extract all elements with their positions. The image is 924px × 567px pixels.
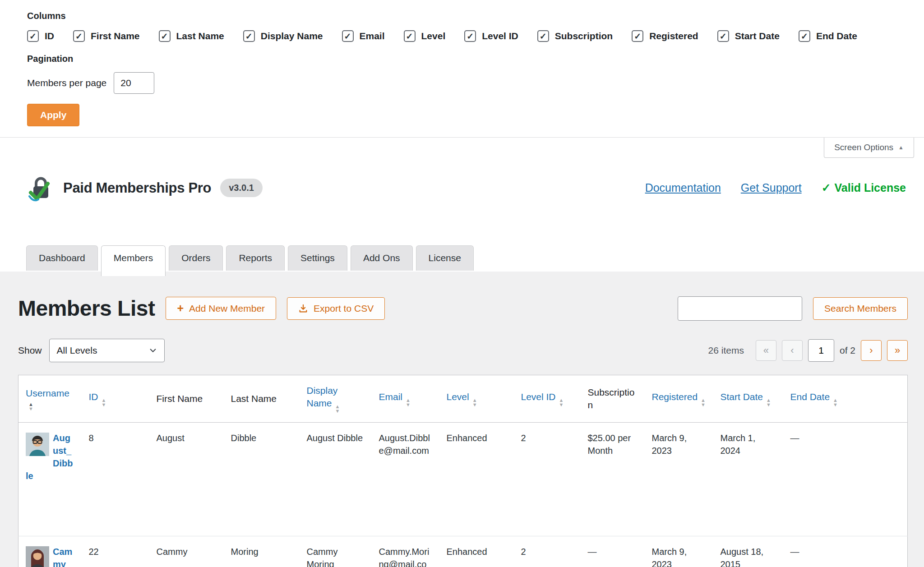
cell-first-name: August bbox=[149, 423, 224, 536]
next-page-button[interactable]: › bbox=[861, 340, 882, 361]
cell-id: 8 bbox=[82, 423, 149, 536]
cell-last-name: Dibble bbox=[224, 423, 300, 536]
cell-display-name: August Dibble bbox=[300, 423, 372, 536]
sort-icon: ▲▼ bbox=[559, 398, 564, 407]
checkbox-checked-icon bbox=[537, 30, 549, 42]
column-checkbox-level[interactable]: Level bbox=[404, 30, 446, 42]
column-header-username[interactable]: Username ▲▼ bbox=[18, 375, 82, 423]
sort-icon: ▲▼ bbox=[102, 398, 106, 407]
column-header-id[interactable]: ID▲▼ bbox=[82, 375, 149, 423]
cell-subscription: — bbox=[581, 536, 645, 567]
current-page-input[interactable] bbox=[808, 339, 834, 362]
tab-members[interactable]: Members bbox=[101, 245, 166, 276]
column-checkbox-level-id[interactable]: Level ID bbox=[464, 30, 518, 42]
table-pagination: 26 items « ‹ of 2 › » bbox=[708, 339, 908, 362]
download-icon bbox=[298, 304, 308, 313]
previous-page-button[interactable]: ‹ bbox=[782, 340, 803, 361]
checkbox-checked-icon bbox=[464, 30, 476, 42]
checkbox-checked-icon bbox=[159, 30, 171, 42]
cell-end-date: — bbox=[783, 423, 908, 536]
search-input[interactable] bbox=[678, 296, 802, 321]
cell-level: Enhanced bbox=[439, 423, 514, 536]
export-to-csv-button[interactable]: Export to CSV bbox=[287, 297, 385, 320]
get-support-link[interactable]: Get Support bbox=[741, 181, 802, 194]
sort-icon: ▲▼ bbox=[472, 398, 477, 407]
column-header-last-name: Last Name bbox=[224, 375, 300, 423]
column-header-first-name: First Name bbox=[149, 375, 224, 423]
cell-subscription: $25.00 per Month bbox=[581, 423, 645, 536]
add-new-member-button[interactable]: + Add New Member bbox=[166, 297, 276, 320]
column-header-display-name[interactable]: Display Name▲▼ bbox=[300, 375, 372, 423]
documentation-link[interactable]: Documentation bbox=[645, 181, 721, 194]
screen-options-toggle[interactable]: Screen Options ▲ bbox=[824, 138, 914, 158]
tab-license[interactable]: License bbox=[416, 245, 474, 271]
cell-id: 22 bbox=[82, 536, 149, 567]
column-checkbox-row: ID First Name Last Name Display Name Ema… bbox=[27, 30, 897, 42]
avatar bbox=[26, 546, 49, 567]
sort-icon: ▲▼ bbox=[335, 404, 340, 413]
checkbox-checked-icon bbox=[27, 30, 39, 42]
screen-options-panel: Columns ID First Name Last Name Display … bbox=[0, 0, 924, 138]
apply-button[interactable]: Apply bbox=[27, 104, 79, 126]
checkbox-checked-icon bbox=[73, 30, 85, 42]
cell-start-date: August 18, 2015 bbox=[713, 536, 783, 567]
column-checkbox-registered[interactable]: Registered bbox=[632, 30, 698, 42]
column-checkbox-first-name[interactable]: First Name bbox=[73, 30, 140, 42]
column-header-email[interactable]: Email▲▼ bbox=[372, 375, 439, 423]
members-list-page: Members List + Add New Member Export to … bbox=[0, 272, 924, 567]
admin-tab-bar: Dashboard Members Orders Reports Setting… bbox=[0, 245, 924, 272]
column-checkbox-display-name[interactable]: Display Name bbox=[243, 30, 323, 42]
cell-email: August.Dibble@mail.com bbox=[372, 423, 439, 536]
column-header-end-date[interactable]: End Date▲▼ bbox=[783, 375, 908, 423]
search-members-button[interactable]: Search Members bbox=[813, 297, 908, 320]
members-table: Username ▲▼ ID▲▼ First Name Last Name Di… bbox=[18, 375, 908, 567]
page: Columns ID First Name Last Name Display … bbox=[0, 0, 924, 567]
items-count: 26 items bbox=[708, 345, 744, 356]
cell-last-name: Moring bbox=[224, 536, 300, 567]
tab-add-ons[interactable]: Add Ons bbox=[351, 245, 413, 271]
pmpro-lock-logo-icon bbox=[26, 174, 55, 203]
column-checkbox-last-name[interactable]: Last Name bbox=[159, 30, 224, 42]
pagination-heading: Pagination bbox=[27, 54, 897, 64]
license-status-badge: ✓Valid License bbox=[822, 181, 906, 194]
sort-asc-icon: ▲▼ bbox=[28, 402, 35, 411]
first-page-button[interactable]: « bbox=[756, 340, 776, 361]
plugin-title: Paid Memberships Pro bbox=[63, 180, 211, 196]
column-header-registered[interactable]: Registered▲▼ bbox=[645, 375, 713, 423]
checkbox-checked-icon bbox=[404, 30, 416, 42]
column-header-subscription: Subscription bbox=[581, 375, 645, 423]
tab-orders[interactable]: Orders bbox=[169, 245, 223, 271]
level-filter-select[interactable]: All Levels bbox=[49, 339, 165, 362]
column-header-level[interactable]: Level▲▼ bbox=[439, 375, 514, 423]
tab-dashboard[interactable]: Dashboard bbox=[26, 245, 98, 271]
collapse-arrow-icon: ▲ bbox=[898, 144, 904, 151]
version-badge: v3.0.1 bbox=[220, 179, 263, 197]
checkbox-checked-icon bbox=[342, 30, 354, 42]
sort-icon: ▲▼ bbox=[833, 398, 838, 407]
tab-reports[interactable]: Reports bbox=[226, 245, 285, 271]
column-checkbox-start-date[interactable]: Start Date bbox=[717, 30, 780, 42]
cell-level: Enhanced bbox=[439, 536, 514, 567]
avatar bbox=[26, 433, 49, 456]
column-checkbox-id[interactable]: ID bbox=[27, 30, 54, 42]
columns-heading: Columns bbox=[27, 11, 897, 21]
checkbox-checked-icon bbox=[717, 30, 729, 42]
tab-settings[interactable]: Settings bbox=[288, 245, 347, 271]
sort-icon: ▲▼ bbox=[701, 398, 706, 407]
column-checkbox-email[interactable]: Email bbox=[342, 30, 385, 42]
column-header-start-date[interactable]: Start Date▲▼ bbox=[713, 375, 783, 423]
show-label: Show bbox=[18, 345, 42, 356]
members-per-page-input[interactable] bbox=[114, 72, 154, 94]
checkbox-checked-icon bbox=[799, 30, 810, 42]
column-checkbox-end-date[interactable]: End Date bbox=[799, 30, 857, 42]
last-page-button[interactable]: » bbox=[887, 340, 908, 361]
column-header-level-id[interactable]: Level ID▲▼ bbox=[514, 375, 581, 423]
cell-level-id: 2 bbox=[514, 423, 581, 536]
page-title: Members List bbox=[18, 296, 155, 321]
cell-registered: March 9, 2023 bbox=[645, 423, 713, 536]
cell-registered: March 9, 2023 bbox=[645, 536, 713, 567]
cell-first-name: Cammy bbox=[149, 536, 224, 567]
column-checkbox-subscription[interactable]: Subscription bbox=[537, 30, 613, 42]
table-row: August_Dibble 8 August Dibble August Dib… bbox=[18, 423, 908, 536]
total-pages-label: of 2 bbox=[840, 345, 855, 356]
